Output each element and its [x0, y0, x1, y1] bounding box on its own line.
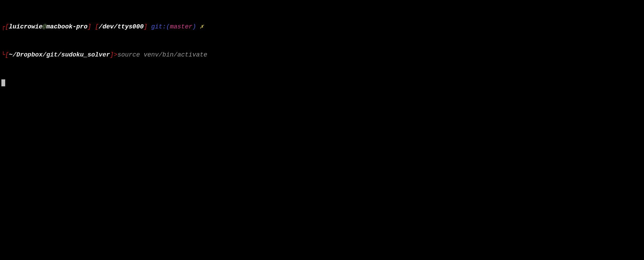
username: luicrowie — [9, 23, 43, 30]
at-symbol: @ — [43, 23, 46, 30]
tty-path: /dev/ttys000 — [99, 23, 144, 30]
git-label: git:( — [151, 23, 170, 30]
prompt-line-1: ┌[luicrowie@macbook-pro] [/dev/ttys000] … — [1, 22, 643, 32]
bracket-open-icon: [ — [95, 23, 99, 30]
current-directory: ~/Dropbox/git/sudoku_solver — [9, 51, 110, 58]
command-text[interactable]: source venv/bin/activate — [118, 51, 207, 58]
bracket-close-icon: ] — [110, 51, 114, 58]
spacer — [196, 23, 200, 30]
spacer — [91, 23, 95, 30]
hostname: macbook-pro — [46, 23, 88, 30]
prompt-arrow-icon: > — [114, 51, 118, 58]
bracket-close-icon: ] — [144, 23, 148, 30]
cursor-line[interactable] — [1, 78, 643, 88]
prompt-line-2: └[~/Dropbox/git/sudoku_solver]>source ve… — [1, 50, 643, 60]
bracket-open-icon: └[ — [1, 51, 9, 58]
terminal-output[interactable]: ┌[luicrowie@macbook-pro] [/dev/ttys000] … — [1, 3, 643, 97]
spacer — [147, 23, 151, 30]
cursor-icon — [1, 79, 5, 86]
bracket-open-icon: ┌[ — [1, 23, 9, 30]
git-dirty-icon: ✗ — [200, 23, 204, 30]
git-close: ) — [192, 23, 196, 30]
bracket-close-icon: ] — [87, 23, 91, 30]
git-branch: master — [170, 23, 192, 30]
